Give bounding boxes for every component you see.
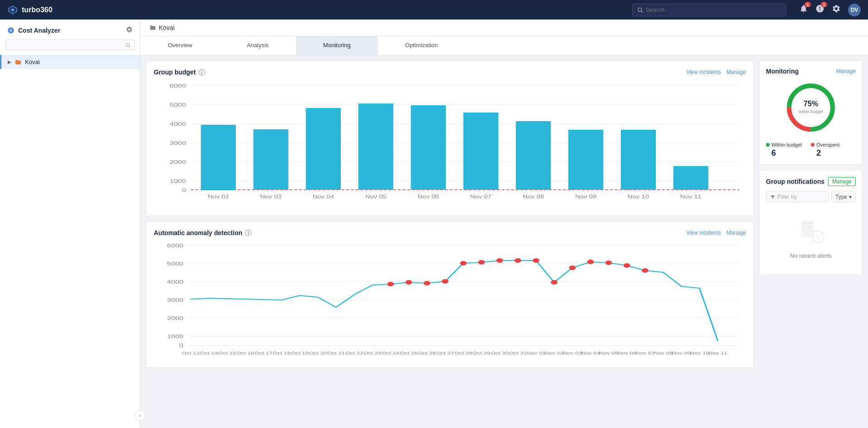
logo: turbo360: [7, 5, 53, 15]
sidebar-header: Cost Analyzer: [0, 20, 140, 39]
svg-text:4000: 4000: [170, 121, 186, 127]
svg-text:Oct 27: Oct 27: [436, 351, 454, 355]
filter-label: Filter by: [777, 194, 797, 200]
anomaly-dot: [533, 258, 540, 263]
svg-text:Nov 05: Nov 05: [365, 194, 386, 199]
manage-link[interactable]: Manage: [727, 69, 746, 75]
view-incidents-link[interactable]: View incidents: [686, 69, 721, 75]
sidebar-item-kovai[interactable]: ▶ Kovai: [0, 55, 140, 69]
anomaly-dot: [569, 266, 576, 270]
bar-nov09: [568, 130, 603, 190]
type-chevron-icon: ▾: [849, 194, 852, 200]
tabs: Overview Analysis Monitoring Optimizatio…: [141, 36, 868, 55]
svg-text:Nov 06: Nov 06: [418, 194, 439, 199]
anomaly-info-icon: i: [245, 230, 251, 236]
svg-text:Oct 17: Oct 17: [254, 351, 272, 355]
within-budget-value: 6: [766, 148, 802, 158]
bar-nov02: [201, 125, 236, 190]
svg-text:Oct 14: Oct 14: [200, 351, 218, 355]
group-notifications-card: Group notifications Manage Filter by Typ…: [759, 170, 863, 275]
bar-nov04: [306, 108, 341, 190]
avatar[interactable]: DV: [848, 4, 861, 16]
group-notifications-manage-btn[interactable]: Manage: [828, 177, 856, 186]
monitoring-manage-link[interactable]: Manage: [836, 68, 856, 74]
svg-text:Oct 22: Oct 22: [346, 351, 363, 355]
sidebar-search-icon: [125, 42, 131, 48]
anomaly-dot: [387, 282, 394, 286]
svg-line-84: [811, 241, 813, 244]
group-budget-header: Group budget i View incidents Manage: [154, 69, 746, 76]
svg-text:Oct 30: Oct 30: [491, 351, 508, 355]
svg-text:2000: 2000: [170, 159, 186, 165]
bar-nov08: [516, 121, 551, 190]
sidebar-title-text: Cost Analyzer: [18, 27, 60, 34]
svg-text:2000: 2000: [167, 315, 184, 321]
anomaly-dot: [624, 263, 630, 268]
bar-nov10: [621, 130, 656, 190]
svg-text:Nov 08: Nov 08: [653, 351, 673, 355]
bar-nov11: [673, 166, 708, 190]
anomaly-actions: View incidents Manage: [686, 230, 746, 236]
bar-chart: 6000 5000 4000 3000 2000 1000 0: [154, 81, 746, 208]
bar-nov03: [254, 129, 288, 190]
anomaly-panel: Automatic anomaly detection i View incid…: [146, 221, 754, 368]
svg-text:Oct 23: Oct 23: [364, 351, 381, 355]
within-budget-label: Within budget: [771, 142, 802, 148]
sidebar-gear-btn[interactable]: [126, 26, 133, 35]
svg-text:Oct 18: Oct 18: [273, 351, 290, 355]
svg-text:4000: 4000: [167, 279, 184, 285]
bar-nov06: [411, 105, 446, 190]
topnav: turbo360 1 1 DV: [0, 0, 868, 20]
no-alerts-text: No recent alerts: [790, 252, 832, 259]
anomaly-view-incidents[interactable]: View incidents: [686, 230, 721, 236]
global-search[interactable]: [632, 4, 786, 16]
notifications-btn[interactable]: 1: [799, 4, 808, 15]
svg-rect-82: [803, 227, 811, 228]
overspent-label: Overspent: [816, 142, 839, 148]
sidebar-collapse-btn[interactable]: ‹: [135, 410, 146, 421]
filter-input[interactable]: Filter by: [766, 192, 829, 202]
svg-text:3000: 3000: [170, 140, 186, 146]
svg-text:Nov 11: Nov 11: [680, 194, 702, 199]
svg-text:Nov 08: Nov 08: [523, 194, 544, 199]
svg-text:1000: 1000: [167, 334, 184, 339]
monitoring-card: Monitoring Manage 75% w: [759, 61, 863, 165]
svg-text:Nov 03: Nov 03: [563, 351, 582, 355]
svg-text:Oct 15: Oct 15: [218, 351, 236, 355]
donut-percentage: 75%: [804, 100, 818, 108]
tab-overview[interactable]: Overview: [141, 36, 219, 55]
sidebar-search[interactable]: [5, 39, 135, 50]
anomaly-dot: [642, 268, 649, 273]
sidebar-gear-icon: [126, 26, 133, 33]
svg-point-5: [126, 43, 129, 46]
tab-monitoring[interactable]: Monitoring: [296, 36, 378, 55]
folder-header-icon: [150, 25, 156, 31]
svg-text:Nov 09: Nov 09: [575, 194, 596, 199]
anomaly-dot: [514, 258, 521, 263]
group-notifications-header: Group notifications Manage: [766, 177, 856, 186]
notifications-badge: 1: [805, 2, 811, 7]
anomaly-manage[interactable]: Manage: [727, 230, 746, 236]
sidebar: Cost Analyzer ▶ Kovai ‹: [0, 20, 141, 428]
charts-section: Group budget i View incidents Manage: [141, 55, 759, 428]
tab-analysis[interactable]: Analysis: [219, 36, 296, 55]
logo-icon: [7, 5, 18, 15]
overspent-stat: Overspent 2: [811, 142, 839, 158]
alerts-btn[interactable]: 1: [815, 4, 824, 15]
cost-analyzer-icon: [7, 27, 15, 34]
group-budget-title: Group budget i: [154, 69, 205, 76]
svg-text:Nov 01: Nov 01: [527, 351, 546, 355]
content-body: Group budget i View incidents Manage: [141, 55, 868, 428]
svg-line-4: [641, 11, 643, 12]
main-layout: Cost Analyzer ▶ Kovai ‹: [0, 20, 868, 428]
svg-text:Oct 24: Oct 24: [382, 351, 400, 355]
type-select[interactable]: Type ▾: [831, 192, 856, 202]
svg-text:Oct 25: Oct 25: [400, 351, 418, 355]
svg-text:0: 0: [179, 343, 183, 349]
svg-text:Oct 21: Oct 21: [327, 351, 345, 355]
settings-btn[interactable]: [832, 4, 841, 15]
tab-optimization[interactable]: Optimization: [378, 36, 465, 55]
search-input[interactable]: [646, 6, 781, 13]
svg-point-3: [638, 8, 642, 11]
sidebar-search-input[interactable]: [10, 42, 122, 48]
